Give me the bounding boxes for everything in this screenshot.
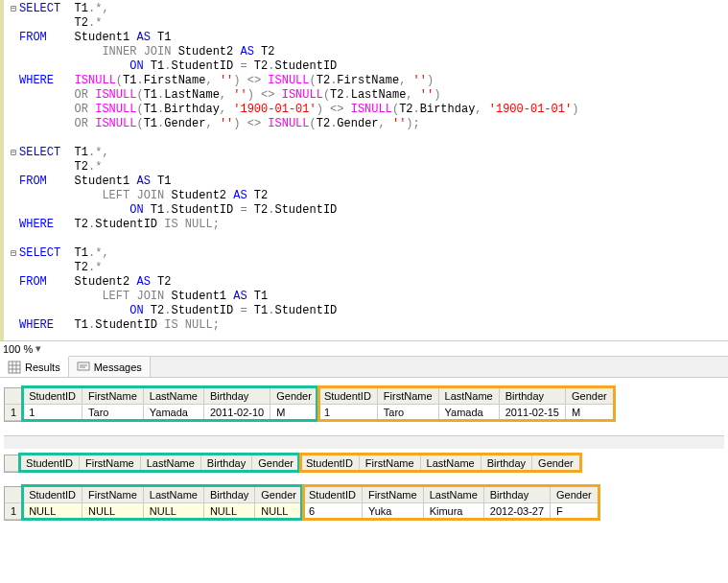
fold-toggle-icon: [8, 160, 19, 175]
column-header[interactable]: Gender: [532, 455, 580, 472]
cell[interactable]: NULL: [23, 503, 82, 520]
cell[interactable]: Taro: [82, 405, 144, 421]
fold-toggle-icon: [8, 117, 19, 131]
column-header[interactable]: Gender: [252, 455, 300, 472]
code-line[interactable]: WHERE T1.StudentID IS NULL;: [4, 318, 728, 333]
code-line[interactable]: OR ISNULL(T1.Gender, '') <> ISNULL(T2.Ge…: [4, 117, 728, 131]
cell[interactable]: Taro: [378, 405, 439, 421]
column-header[interactable]: FirstName: [80, 455, 141, 472]
code-line[interactable]: ON T1.StudentID = T2.StudentID: [4, 203, 728, 218]
column-header[interactable]: LastName: [424, 487, 484, 503]
zoom-dropdown-icon[interactable]: ▾: [35, 342, 41, 355]
column-header[interactable]: LastName: [144, 388, 204, 405]
cell[interactable]: Kimura: [424, 503, 484, 520]
result-grid[interactable]: StudentIDFirstNameLastNameBirthdayGender…: [4, 387, 615, 422]
column-header[interactable]: Birthday: [201, 455, 252, 472]
sql-editor[interactable]: ⊟SELECT T1.*, T2.*FROM Student1 AS T1 IN…: [0, 0, 728, 340]
column-header[interactable]: StudentID: [303, 487, 363, 503]
cell[interactable]: NULL: [144, 503, 204, 520]
cell[interactable]: 1: [23, 405, 82, 421]
fold-toggle-icon[interactable]: ⊟: [8, 2, 19, 16]
column-header[interactable]: StudentID: [23, 388, 82, 405]
column-header[interactable]: Birthday: [204, 487, 255, 503]
code-text: ON T1.StudentID = T2.StudentID: [19, 59, 337, 74]
cell[interactable]: Yamada: [144, 405, 204, 421]
cell[interactable]: NULL: [255, 503, 303, 520]
code-line[interactable]: ⊟SELECT T1.*,: [4, 2, 728, 16]
code-line[interactable]: OR ISNULL(T1.LastName, '') <> ISNULL(T2.…: [4, 88, 728, 103]
fold-toggle-icon[interactable]: ⊟: [8, 146, 19, 160]
fold-toggle-icon: [8, 275, 19, 290]
cell[interactable]: 1: [318, 405, 378, 421]
code-line[interactable]: ON T2.StudentID = T1.StudentID: [4, 304, 728, 318]
code-text: OR ISNULL(T1.LastName, '') <> ISNULL(T2.…: [19, 88, 440, 103]
code-line[interactable]: WHERE T2.StudentID IS NULL;: [4, 218, 728, 232]
code-line[interactable]: FROM Student1 AS T1: [4, 31, 728, 45]
column-header[interactable]: LastName: [144, 487, 204, 503]
tab-results[interactable]: Results: [0, 356, 69, 377]
row-number[interactable]: 1: [5, 503, 23, 520]
row-number[interactable]: 1: [5, 405, 23, 421]
code-line[interactable]: OR ISNULL(T1.Birthday, '1900-01-01') <> …: [4, 103, 728, 117]
column-header[interactable]: Gender: [551, 487, 599, 503]
column-header[interactable]: StudentID: [23, 487, 82, 503]
cell[interactable]: Yuka: [363, 503, 424, 520]
column-header[interactable]: FirstName: [82, 388, 144, 405]
column-header[interactable]: LastName: [141, 455, 201, 472]
code-line[interactable]: INNER JOIN Student2 AS T2: [4, 45, 728, 59]
fold-toggle-icon[interactable]: ⊟: [8, 246, 19, 261]
code-text: [19, 232, 26, 246]
column-header[interactable]: Gender: [270, 388, 318, 405]
code-line[interactable]: ⊟SELECT T1.*,: [4, 246, 728, 261]
code-line[interactable]: T2.*: [4, 16, 728, 31]
code-text: WHERE ISNULL(T1.FirstName, '') <> ISNULL…: [19, 74, 434, 88]
cell[interactable]: NULL: [82, 503, 144, 520]
code-line[interactable]: LEFT JOIN Student1 AS T1: [4, 290, 728, 304]
result-set-3: StudentIDFirstNameLastNameBirthdayGender…: [4, 486, 724, 521]
column-header[interactable]: StudentID: [318, 388, 378, 405]
column-header[interactable]: LastName: [421, 455, 481, 472]
code-line[interactable]: FROM Student2 AS T2: [4, 275, 728, 290]
code-line[interactable]: [4, 232, 728, 246]
column-header[interactable]: FirstName: [378, 388, 439, 405]
result-grid[interactable]: StudentIDFirstNameLastNameBirthdayGender…: [4, 455, 581, 473]
cell[interactable]: 2011-02-10: [204, 405, 270, 421]
column-header[interactable]: Gender: [566, 388, 614, 405]
code-text: LEFT JOIN Student1 AS T1: [19, 290, 268, 304]
cell[interactable]: M: [566, 405, 614, 421]
cell[interactable]: F: [551, 503, 599, 520]
column-header[interactable]: Birthday: [484, 487, 551, 503]
cell[interactable]: Yamada: [439, 405, 500, 421]
code-line[interactable]: [4, 131, 728, 146]
code-text: SELECT T1.*,: [19, 246, 109, 261]
cell[interactable]: 2012-03-27: [484, 503, 551, 520]
code-line[interactable]: T2.*: [4, 160, 728, 175]
cell[interactable]: M: [270, 405, 318, 421]
column-header[interactable]: Birthday: [500, 388, 566, 405]
code-line[interactable]: T2.*: [4, 261, 728, 275]
code-line[interactable]: LEFT JOIN Student2 AS T2: [4, 189, 728, 203]
column-header[interactable]: StudentID: [300, 455, 360, 472]
splitter[interactable]: [4, 435, 724, 449]
messages-icon: [77, 361, 90, 374]
tab-messages[interactable]: Messages: [69, 357, 151, 377]
code-line[interactable]: FROM Student1 AS T1: [4, 175, 728, 189]
column-header[interactable]: LastName: [439, 388, 500, 405]
fold-toggle-icon: [8, 88, 19, 103]
column-header[interactable]: FirstName: [82, 487, 144, 503]
column-header[interactable]: StudentID: [20, 455, 80, 472]
code-line[interactable]: WHERE ISNULL(T1.FirstName, '') <> ISNULL…: [4, 74, 728, 88]
result-set-2: StudentIDFirstNameLastNameBirthdayGender…: [4, 455, 724, 473]
column-header[interactable]: Birthday: [481, 455, 532, 472]
cell[interactable]: NULL: [204, 503, 255, 520]
column-header[interactable]: FirstName: [360, 455, 421, 472]
column-header[interactable]: FirstName: [363, 487, 424, 503]
result-grid[interactable]: StudentIDFirstNameLastNameBirthdayGender…: [4, 486, 599, 521]
column-header[interactable]: Birthday: [204, 388, 270, 405]
code-line[interactable]: ON T1.StudentID = T2.StudentID: [4, 59, 728, 74]
code-text: WHERE T1.StudentID IS NULL;: [19, 318, 220, 333]
code-line[interactable]: ⊟SELECT T1.*,: [4, 146, 728, 160]
cell[interactable]: 2011-02-15: [500, 405, 566, 421]
cell[interactable]: 6: [303, 503, 363, 520]
column-header[interactable]: Gender: [255, 487, 303, 503]
